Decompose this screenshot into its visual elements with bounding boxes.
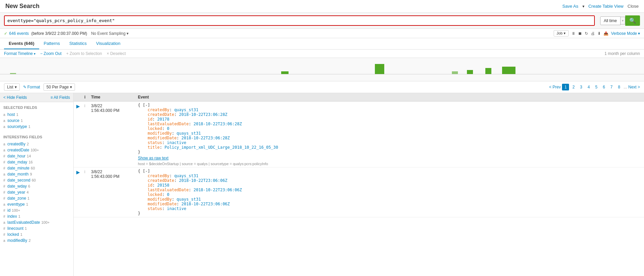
interesting-field-item[interactable]: #date_zone1 [3, 195, 70, 201]
field-type-icon: # [3, 233, 6, 236]
close-button[interactable]: Close [628, 4, 639, 9]
info-button[interactable]: i [84, 169, 91, 174]
tabs-bar: Events (646) Patterns Statistics Visuali… [0, 38, 644, 50]
page-2[interactable]: 2 [570, 84, 577, 90]
page-8[interactable]: 8 [616, 84, 622, 90]
interesting-field-item[interactable]: #index1 [3, 213, 70, 219]
info-button[interactable]: i [84, 103, 91, 108]
page-dots: ... [624, 85, 627, 89]
create-table-view-button[interactable]: Create Table View [588, 4, 624, 9]
per-page-button[interactable]: 50 Per Page ▾ [44, 83, 75, 91]
field-name: sourcetype [7, 124, 27, 129]
selected-field-item[interactable]: asource1 [3, 118, 70, 124]
tab-patterns[interactable]: Patterns [39, 38, 65, 49]
interesting-field-item[interactable]: acreatedDate100+ [3, 147, 70, 153]
top-bar: New Search Save As ▾ Create Table View C… [0, 0, 644, 13]
hide-fields-button[interactable]: < Hide Fields [3, 95, 27, 100]
interesting-field-item[interactable]: acreatedBy2 [3, 141, 70, 147]
page-5[interactable]: 5 [593, 84, 599, 90]
field-type-icon: a [3, 125, 6, 129]
tab-events[interactable]: Events (646) [4, 38, 39, 49]
field-name: host [7, 112, 15, 117]
search-button[interactable]: 🔍 [625, 15, 640, 26]
next-button[interactable]: Next > [628, 85, 640, 89]
interesting-field-item[interactable]: #date_mday16 [3, 159, 70, 165]
page-7[interactable]: 7 [609, 84, 615, 90]
interesting-field-item[interactable]: #date_second60 [3, 177, 70, 183]
interesting-field-item[interactable]: #date_hour14 [3, 153, 70, 159]
field-count: 1 [16, 113, 18, 117]
zoom-to-selection-button[interactable]: + Zoom to Selection [66, 51, 102, 56]
selected-field-item[interactable]: asourcetype1 [3, 124, 70, 130]
status-bar: ✓ 646 events (before 3/9/22 2:00:37.000 … [0, 29, 644, 38]
event-meta: host = $decideOnStartup | source = qualy… [138, 162, 641, 166]
stop-icon[interactable]: ⏹ [578, 31, 582, 36]
job-button[interactable]: Job ▾ [554, 30, 569, 37]
interesting-field-item[interactable]: #date_minute60 [3, 165, 70, 171]
interesting-fields-list: acreatedBy2acreatedDate100+#date_hour14#… [3, 141, 70, 244]
sidebar-header: < Hide Fields ≡ All Fields [0, 93, 73, 102]
expand-button[interactable]: ▶ [76, 169, 84, 175]
print-icon[interactable]: 🖨 [591, 31, 595, 36]
field-count: 1 [26, 202, 28, 206]
refresh-icon[interactable]: ↻ [585, 31, 588, 36]
field-count: 1 [27, 196, 29, 200]
pagination-controls: < Prev 1 2 3 4 5 6 7 8 ... Next > [549, 84, 640, 90]
all-fields-button[interactable]: ≡ All Fields [51, 95, 70, 100]
deselect-button[interactable]: × Deselect [107, 51, 126, 56]
time-range-selector[interactable]: All time [600, 16, 621, 25]
interesting-field-item[interactable]: #date_wday6 [3, 183, 70, 189]
format-button[interactable]: ✎ Format [23, 85, 40, 89]
interesting-field-item[interactable]: #linecount1 [3, 225, 70, 231]
field-type-icon: a [3, 113, 6, 117]
field-name: index [7, 214, 17, 219]
search-input[interactable] [5, 16, 594, 25]
field-type-icon: a [3, 142, 6, 146]
interesting-field-item[interactable]: #locked1 [3, 231, 70, 237]
pause-icon[interactable]: ⏸ [571, 31, 575, 36]
interesting-field-item[interactable]: #date_year4 [3, 189, 70, 195]
info-col-header: i [84, 95, 91, 99]
share-icon[interactable]: 📤 [603, 31, 609, 36]
expand-button[interactable]: ▶ [76, 103, 84, 109]
list-button[interactable]: List ▾ [4, 83, 20, 91]
interesting-field-item[interactable]: amodifiedBy2 [3, 237, 70, 244]
field-count: 1 [20, 232, 22, 236]
interesting-fields-title: INTERESTING FIELDS [3, 134, 70, 140]
tab-statistics[interactable]: Statistics [65, 38, 91, 49]
page-1[interactable]: 1 [562, 84, 569, 90]
selected-field-item[interactable]: ahost1 [3, 112, 70, 118]
top-bar-actions: Save As ▾ Create Table View Close [562, 4, 639, 9]
show-raw-link[interactable]: Show as raw text [138, 156, 641, 160]
tab-visualization[interactable]: Visualization [91, 38, 125, 49]
field-name: date_hour [7, 154, 25, 158]
format-timeline-button[interactable]: Format Timeline ▾ [4, 51, 35, 56]
main-content: < Hide Fields ≡ All Fields SELECTED FIEL… [0, 93, 644, 276]
zoom-out-button[interactable]: − Zoom Out [40, 51, 62, 56]
interesting-field-item[interactable]: adate_month9 [3, 171, 70, 177]
event-content: { [-] createdBy: quays_st31 createdDate:… [138, 169, 641, 216]
interesting-field-item[interactable]: alastEvaluatedDate100+ [3, 219, 70, 225]
prev-button[interactable]: < Prev [549, 85, 561, 89]
verbose-mode-selector[interactable]: Verbose Mode ▾ [611, 31, 640, 36]
no-sampling-selector[interactable]: No Event Sampling ▾ [91, 31, 129, 36]
field-name: lastEvaluatedDate [7, 220, 40, 225]
save-as-button[interactable]: Save As [562, 4, 578, 9]
event-time: 3/8/221:56:43.000 PM [91, 103, 138, 113]
events-list: ▶ i 3/8/221:56:43.000 PM { [-] createdBy… [74, 101, 644, 217]
page-3[interactable]: 3 [578, 84, 584, 90]
page-4[interactable]: 4 [586, 84, 592, 90]
event-json: { [-] createdBy: quays_st31 createdDate:… [138, 169, 641, 216]
field-count: 1 [25, 226, 27, 230]
event-time: 3/8/221:56:43.000 PM [91, 169, 138, 179]
expand-col-header [76, 95, 84, 99]
event-col-header: Event [138, 95, 641, 99]
list-toolbar-left: List ▾ ✎ Format 50 Per Page ▾ [4, 83, 75, 91]
field-type-icon: # [3, 209, 6, 212]
selected-fields-title: SELECTED FIELDS [3, 104, 70, 110]
page-6[interactable]: 6 [601, 84, 607, 90]
download-icon[interactable]: ⬇ [597, 31, 601, 36]
field-name: linecount [7, 226, 23, 231]
interesting-field-item[interactable]: #id100+ [3, 207, 70, 213]
interesting-field-item[interactable]: aeventtype1 [3, 201, 70, 207]
